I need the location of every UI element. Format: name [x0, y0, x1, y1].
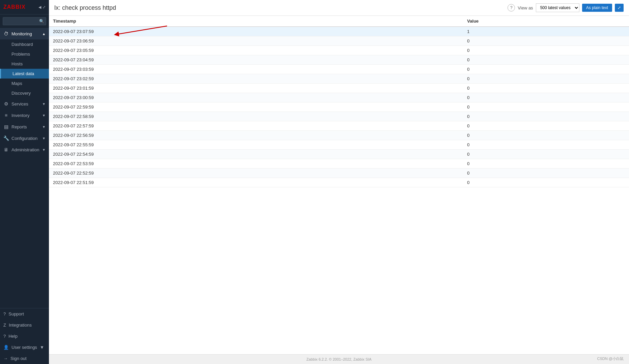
view-as-select[interactable]: 500 latest values	[536, 3, 579, 12]
expand-icon[interactable]: ⤢	[43, 5, 46, 9]
sidebar-item-monitoring[interactable]: ⏱ Monitoring ▲	[0, 28, 49, 39]
sidebar-item-latest-data[interactable]: Latest data	[0, 69, 49, 79]
services-arrow: ▼	[42, 102, 46, 106]
value-cell: 0	[463, 93, 629, 102]
timestamp-cell: 2022-09-07 23:06:59	[49, 36, 463, 46]
table-row: 2022-09-07 23:06:590	[49, 36, 629, 46]
footer-right: CSDN @小白鼠	[597, 356, 624, 361]
history-table: Timestamp Value 2022-09-07 23:07:5912022…	[49, 16, 629, 187]
value-cell: 0	[463, 36, 629, 46]
sign-out-icon: →	[3, 356, 8, 361]
sidebar-item-administration[interactable]: 🖥 Administration ▼	[0, 144, 49, 155]
timestamp-cell: 2022-09-07 22:53:59	[49, 159, 463, 169]
value-cell: 0	[463, 112, 629, 121]
sidebar-search-container: 🔍	[0, 14, 49, 28]
table-row: 2022-09-07 23:02:590	[49, 74, 629, 84]
logo-icons: ◀ ⤢	[38, 5, 46, 9]
integrations-icon: Z	[3, 323, 6, 328]
timestamp-cell: 2022-09-07 23:02:59	[49, 74, 463, 84]
logo-text: ZABBIX	[3, 4, 26, 10]
timestamp-cell: 2022-09-07 23:01:59	[49, 84, 463, 93]
help-button[interactable]: ?	[508, 4, 515, 11]
table-row: 2022-09-07 22:53:590	[49, 159, 629, 169]
sidebar-item-inventory[interactable]: ≡ Inventory ▼	[0, 110, 49, 121]
timestamp-cell: 2022-09-07 22:55:59	[49, 140, 463, 150]
help-icon: ?	[3, 334, 6, 339]
table-row: 2022-09-07 23:04:590	[49, 55, 629, 65]
collapse-icon[interactable]: ◀	[38, 5, 41, 9]
topbar-right: ? View as 500 latest values As plain tex…	[508, 3, 624, 12]
value-cell: 0	[463, 46, 629, 55]
monitoring-arrow: ▲	[42, 32, 46, 36]
timestamp-cell: 2022-09-07 23:05:59	[49, 46, 463, 55]
table-row: 2022-09-07 23:03:590	[49, 65, 629, 74]
table-row: 2022-09-07 22:55:590	[49, 140, 629, 150]
view-as-label: View as	[518, 5, 533, 10]
reports-arrow: ▼	[42, 125, 46, 129]
page-title: lx: check process httpd	[54, 4, 116, 11]
table-row: 2022-09-07 23:05:590	[49, 46, 629, 55]
timestamp-cell: 2022-09-07 22:54:59	[49, 150, 463, 159]
inventory-arrow: ▼	[42, 114, 46, 117]
monitoring-section: ⏱ Monitoring ▲ Dashboard Problems Hosts …	[0, 28, 49, 98]
reports-icon: ▤	[3, 124, 9, 129]
services-icon: ⚙	[3, 101, 9, 107]
sidebar-bottom: ? Support Z Integrations ? Help 👤 User s…	[0, 308, 49, 364]
sidebar-item-reports[interactable]: ▤ Reports ▼	[0, 121, 49, 132]
value-cell: 0	[463, 131, 629, 140]
sidebar-item-user-settings[interactable]: 👤 User settings ▼	[0, 342, 49, 353]
timestamp-cell: 2022-09-07 23:07:59	[49, 27, 463, 36]
sidebar-item-integrations[interactable]: Z Integrations	[0, 320, 49, 331]
value-cell: 0	[463, 140, 629, 150]
inventory-icon: ≡	[3, 113, 9, 118]
timestamp-cell: 2022-09-07 22:58:59	[49, 112, 463, 121]
content-area: Timestamp Value 2022-09-07 23:07:5912022…	[49, 16, 629, 354]
sidebar-item-discovery[interactable]: Discovery	[0, 88, 49, 98]
footer: Zabbix 6.2.2. © 2001–2022, Zabbix SIA CS…	[49, 354, 629, 364]
value-cell: 0	[463, 74, 629, 84]
value-cell: 0	[463, 150, 629, 159]
sidebar: ZABBIX ◀ ⤢ 🔍 ⏱ Monitoring ▲ Dashboard Pr…	[0, 0, 49, 364]
sidebar-item-configuration[interactable]: 🔧 Configuration ▼	[0, 132, 49, 144]
as-plain-text-button[interactable]: As plain text	[582, 4, 612, 12]
sidebar-item-maps[interactable]: Maps	[0, 79, 49, 88]
search-icon: 🔍	[39, 19, 44, 24]
value-cell: 0	[463, 65, 629, 74]
value-cell: 0	[463, 84, 629, 93]
sidebar-item-support[interactable]: ? Support	[0, 308, 49, 320]
sidebar-item-hosts[interactable]: Hosts	[0, 59, 49, 69]
sidebar-item-services[interactable]: ⚙ Services ▼	[0, 98, 49, 110]
table-row: 2022-09-07 23:07:591	[49, 27, 629, 36]
table-container: Timestamp Value 2022-09-07 23:07:5912022…	[49, 16, 629, 187]
timestamp-header: Timestamp	[49, 16, 463, 27]
sidebar-item-problems[interactable]: Problems	[0, 49, 49, 59]
sidebar-item-help[interactable]: ? Help	[0, 331, 49, 342]
table-row: 2022-09-07 22:58:590	[49, 112, 629, 121]
value-cell: 0	[463, 121, 629, 131]
timestamp-cell: 2022-09-07 22:52:59	[49, 169, 463, 178]
sidebar-logo: ZABBIX ◀ ⤢	[0, 0, 49, 14]
table-row: 2022-09-07 22:51:590	[49, 178, 629, 187]
sidebar-item-dashboard[interactable]: Dashboard	[0, 39, 49, 49]
topbar: lx: check process httpd ? View as 500 la…	[49, 0, 629, 16]
table-row: 2022-09-07 22:57:590	[49, 121, 629, 131]
user-settings-arrow: ▼	[40, 345, 44, 350]
value-cell: 0	[463, 55, 629, 65]
kiosk-button[interactable]: ⤢	[615, 4, 624, 12]
configuration-arrow: ▼	[42, 136, 46, 140]
timestamp-cell: 2022-09-07 23:04:59	[49, 55, 463, 65]
monitoring-icon: ⏱	[3, 31, 9, 36]
sidebar-item-sign-out[interactable]: → Sign out	[0, 353, 49, 364]
value-cell: 0	[463, 178, 629, 187]
table-row: 2022-09-07 22:54:590	[49, 150, 629, 159]
timestamp-cell: 2022-09-07 22:56:59	[49, 131, 463, 140]
value-cell: 0	[463, 169, 629, 178]
administration-arrow: ▼	[42, 148, 46, 152]
timestamp-cell: 2022-09-07 22:51:59	[49, 178, 463, 187]
value-cell: 1	[463, 27, 629, 36]
support-icon: ?	[3, 311, 6, 316]
timestamp-cell: 2022-09-07 23:03:59	[49, 65, 463, 74]
table-row: 2022-09-07 23:00:590	[49, 93, 629, 102]
table-row: 2022-09-07 22:56:590	[49, 131, 629, 140]
table-row: 2022-09-07 22:52:590	[49, 169, 629, 178]
